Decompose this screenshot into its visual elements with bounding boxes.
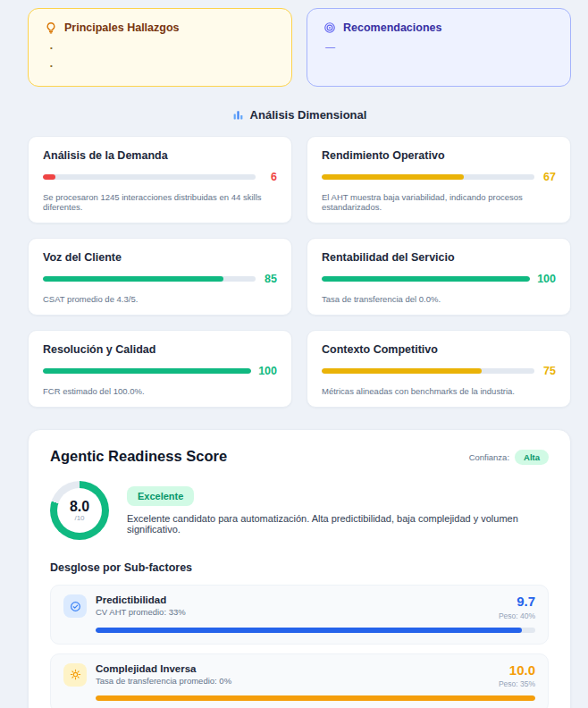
dimension-title: Contexto Competitivo [322, 343, 556, 356]
score-row: 8.0 /10 Excelente Excelente candidato pa… [50, 481, 549, 540]
findings-header: Principales Hallazgos [45, 21, 275, 34]
subfactor-predictibilidad: Predictibilidad CV AHT promedio: 33% 9.7… [50, 585, 549, 645]
progress-fill [322, 368, 482, 374]
readiness-gauge: 8.0 /10 [50, 481, 109, 540]
dimension-bar: 85 [43, 273, 277, 285]
dimension-grid: Análisis de la Demanda 6 Se procesaron 1… [28, 136, 571, 408]
dimension-title: Rentabilidad del Servicio [322, 251, 556, 264]
report-page: Principales Hallazgos Recomendaciones — [0, 0, 588, 708]
subfactor-complejidad: Complejidad Inversa Tasa de transferenci… [50, 653, 549, 708]
rating-badge: Excelente [127, 486, 194, 506]
dimension-description: Métricas alineadas con benchmarks de la … [322, 386, 556, 396]
dimension-score: 100 [537, 273, 556, 285]
dimension-score: 6 [263, 171, 277, 183]
dimension-description: Se procesaron 1245 interacciones distrib… [43, 192, 277, 212]
subfactor-weight: Peso: 35% [499, 679, 535, 688]
recommendations-header: Recomendaciones [323, 21, 554, 34]
readiness-header: Agentic Readiness Score Confianza: Alta [50, 448, 549, 465]
subfactor-weight: Peso: 40% [499, 611, 535, 620]
recommendations-title: Recomendaciones [343, 21, 441, 34]
progress-fill [96, 628, 522, 633]
subfactor-score: 9.7 [499, 594, 535, 610]
dimension-card-demanda: Análisis de la Demanda 6 Se procesaron 1… [28, 136, 292, 223]
readiness-description: Excelente candidato para automatización.… [127, 513, 549, 535]
dimension-card-resolucion: Resolución y Calidad 100 FCR estimado de… [28, 330, 292, 408]
progress-fill [96, 695, 535, 701]
dimension-score: 85 [263, 273, 277, 285]
gauge-max: /10 [74, 514, 84, 522]
progress-fill [322, 276, 530, 282]
dimension-card-voz-cliente: Voz del Cliente 85 CSAT promedio de 4.3/… [28, 238, 292, 316]
subfactor-score: 10.0 [499, 663, 535, 678]
progress-fill [322, 174, 464, 180]
subfactors-title: Desglose por Sub-factores [50, 561, 549, 574]
finding-item [50, 59, 275, 72]
gear-icon [63, 663, 87, 687]
dimension-card-contexto: Contexto Competitivo 75 Métricas alinead… [307, 330, 571, 408]
dimension-score: 75 [542, 365, 556, 377]
recommendations-card: Recomendaciones — [307, 8, 571, 87]
subfactor-name: Predictibilidad [96, 594, 499, 605]
findings-card: Principales Hallazgos [28, 8, 292, 87]
progress-fill [43, 174, 55, 180]
dimension-card-rentabilidad: Rentabilidad del Servicio 100 Tasa de tr… [307, 238, 571, 316]
subfactor-detail: CV AHT promedio: 33% [96, 607, 499, 617]
dimension-score: 67 [542, 171, 556, 183]
readiness-score-card: Agentic Readiness Score Confianza: Alta … [28, 429, 571, 708]
finding-item [50, 41, 275, 54]
dimension-bar: 75 [322, 365, 556, 377]
dimension-bar: 67 [322, 171, 556, 183]
confidence: Confianza: Alta [469, 450, 549, 465]
callout-section: Principales Hallazgos Recomendaciones — [28, 8, 571, 87]
progress-fill [43, 368, 251, 374]
lightbulb-icon [45, 21, 57, 34]
dimension-card-rendimiento: Rendimiento Operativo 67 El AHT muestra … [307, 136, 571, 223]
confidence-label: Confianza: [469, 452, 509, 462]
progress-fill [43, 276, 223, 282]
subfactor-detail: Tasa de transferencia promedio: 0% [96, 676, 499, 686]
dimension-title: Voz del Cliente [43, 251, 277, 264]
gauge-check-icon [63, 594, 87, 618]
dimension-bar: 100 [43, 365, 277, 377]
recommendations-content: — [325, 41, 554, 52]
dimension-description: Tasa de transferencia del 0.0%. [322, 294, 556, 304]
readiness-title: Agentic Readiness Score [50, 448, 227, 465]
section-title: Análisis Dimensional [250, 108, 367, 122]
dimension-title: Análisis de la Demanda [43, 149, 277, 162]
findings-title: Principales Hallazgos [64, 21, 180, 34]
dimension-description: El AHT muestra baja variabilidad, indica… [322, 192, 556, 212]
bar-chart-icon [232, 109, 244, 121]
target-icon [323, 21, 336, 34]
dimension-title: Rendimiento Operativo [322, 149, 556, 162]
dimension-score: 100 [258, 365, 277, 377]
dimensional-analysis-header: Análisis Dimensional [28, 108, 571, 122]
dimension-description: CSAT promedio de 4.3/5. [43, 294, 277, 304]
dimension-bar: 6 [43, 171, 277, 183]
dimension-bar: 100 [322, 273, 556, 285]
dimension-description: FCR estimado del 100.0%. [43, 386, 277, 396]
dimension-title: Resolución y Calidad [43, 343, 277, 356]
subfactor-name: Complejidad Inversa [96, 663, 499, 674]
gauge-score: 8.0 [70, 499, 89, 515]
confidence-badge: Alta [515, 450, 549, 465]
